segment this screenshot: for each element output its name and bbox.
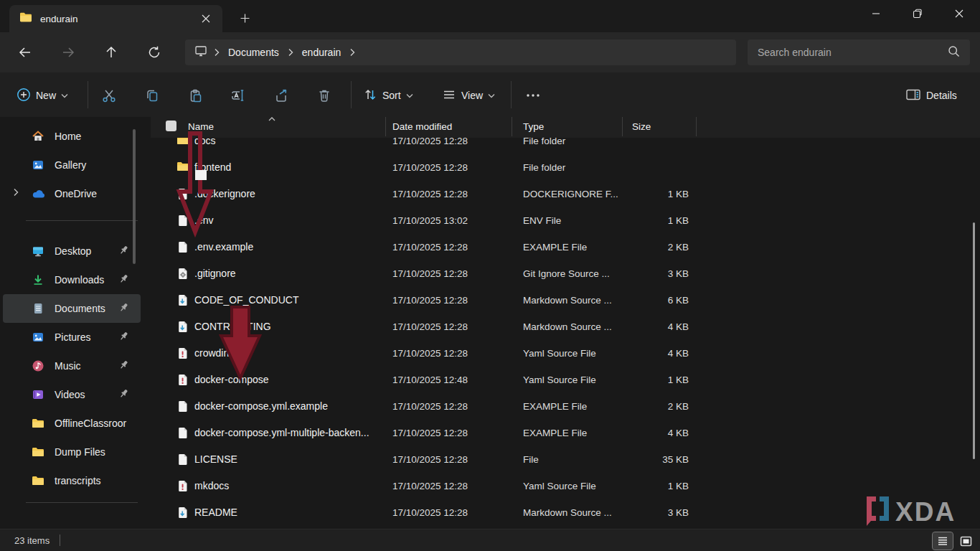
gallery-icon <box>32 159 46 171</box>
sidebar-item-home[interactable]: Home <box>3 122 141 151</box>
file-name: docker-compose.yml-multiple-backen... <box>194 427 369 438</box>
this-pc-icon[interactable] <box>194 44 208 60</box>
view-button[interactable]: View <box>435 83 501 108</box>
file-name: docker-compose.yml.example <box>194 400 328 412</box>
file-row[interactable]: CODE_OF_CONDUCT17/10/2025 12:28Markdown … <box>151 288 980 312</box>
tab-close-icon[interactable] <box>197 9 215 28</box>
forward-icon[interactable] <box>56 40 80 65</box>
xda-watermark: XDA <box>859 492 961 529</box>
sidebar-scrollbar[interactable] <box>133 129 136 264</box>
file-row[interactable]: README17/10/2025 12:28Markdown Source ..… <box>151 500 980 524</box>
column-divider[interactable] <box>696 117 697 136</box>
select-all-checkbox[interactable] <box>166 121 176 131</box>
file-type: Yaml Source File <box>512 375 622 385</box>
sidebar-item-transcripts[interactable]: transcripts <box>3 466 141 495</box>
home-icon <box>32 130 46 143</box>
breadcrumb-endurain[interactable]: endurain <box>299 47 344 58</box>
up-icon[interactable] <box>99 40 123 65</box>
column-divider[interactable] <box>385 117 386 136</box>
minimize-icon[interactable] <box>855 0 897 27</box>
sidebar-item-dump-files[interactable]: Dump Files <box>3 438 141 466</box>
cut-button[interactable] <box>91 83 127 108</box>
file-name: LICENSE <box>194 453 237 465</box>
file-file-icon <box>176 214 189 227</box>
sidebar-divider <box>26 502 138 503</box>
details-pane-button[interactable]: Details <box>899 83 963 108</box>
file-date: 17/10/2025 12:28 <box>385 454 512 465</box>
sidebar-item-pictures[interactable]: Pictures <box>3 323 141 352</box>
file-row[interactable]: .gitignore17/10/2025 12:28Git Ignore Sou… <box>151 261 980 286</box>
file-size: 6 KB <box>622 295 696 306</box>
refresh-icon[interactable] <box>142 40 166 65</box>
sidebar-item-music[interactable]: Music <box>3 352 141 380</box>
column-header-date[interactable]: Date modified <box>385 121 512 132</box>
copy-button[interactable] <box>134 83 170 108</box>
file-row[interactable]: docker-compose.yml.example17/10/2025 12:… <box>151 394 980 418</box>
yaml-file-icon <box>176 479 189 492</box>
new-label: New <box>36 90 56 101</box>
breadcrumb-chevron-icon <box>344 48 361 57</box>
sidebar-item-offlineclassroor[interactable]: OfflineClassroor <box>3 409 141 438</box>
sidebar-item-label: Downloads <box>55 274 104 286</box>
sidebar-item-desktop[interactable]: Desktop <box>3 237 141 265</box>
file-name: CONTRIBUTING <box>194 321 271 332</box>
share-button[interactable] <box>263 83 299 108</box>
delete-button[interactable] <box>306 83 342 108</box>
tab-title: endurain <box>40 14 197 24</box>
items-count: 23 items <box>14 535 50 546</box>
sidebar-item-gallery[interactable]: Gallery <box>3 151 141 179</box>
large-icons-view-toggle-icon[interactable] <box>956 532 976 550</box>
file-date: 17/10/2025 12:28 <box>385 268 512 279</box>
file-row[interactable]: CONTRIBUTING17/10/2025 12:28Markdown Sou… <box>151 314 980 339</box>
restore-icon[interactable] <box>897 0 938 27</box>
navigation-bar: Documents endurain <box>0 32 980 72</box>
paste-button[interactable] <box>177 83 213 108</box>
new-button[interactable]: New <box>10 83 75 108</box>
explorer-tab[interactable]: endurain <box>9 5 222 32</box>
column-divider[interactable] <box>512 117 512 136</box>
folder-icon <box>32 474 46 487</box>
rename-button[interactable] <box>220 83 256 108</box>
sidebar-item-downloads[interactable]: Downloads <box>3 265 141 294</box>
close-window-icon[interactable] <box>938 0 980 27</box>
pictures-icon <box>32 331 46 344</box>
file-row[interactable]: mkdocs17/10/2025 12:28Yaml Source File1 … <box>151 474 980 498</box>
file-size: 3 KB <box>622 268 696 279</box>
file-row[interactable]: .env.example17/10/2025 12:28EXAMPLE File… <box>151 235 980 259</box>
md-file-icon <box>176 293 189 306</box>
file-date: 17/10/2025 12:48 <box>385 375 512 385</box>
file-date: 17/10/2025 12:28 <box>385 162 512 173</box>
sidebar-item-onedrive[interactable]: OneDrive <box>3 179 141 208</box>
address-bar[interactable]: Documents endurain <box>185 39 736 65</box>
file-row[interactable]: crowdin17/10/2025 12:28Yaml Source File4… <box>151 341 980 365</box>
pin-icon <box>119 302 129 315</box>
file-row[interactable]: .dockerignore17/10/2025 12:28DOCKERIGNOR… <box>151 182 980 206</box>
breadcrumb-documents[interactable]: Documents <box>225 47 282 58</box>
file-type: Git Ignore Source ... <box>512 268 622 279</box>
file-row[interactable]: docker-compose17/10/2025 12:48Yaml Sourc… <box>151 367 980 392</box>
new-tab-icon[interactable] <box>234 7 255 29</box>
sidebar-item-videos[interactable]: Videos <box>3 380 141 409</box>
column-header-size[interactable]: Size <box>622 121 696 132</box>
search-icon[interactable] <box>948 45 960 60</box>
yaml-file-icon <box>176 373 189 386</box>
search-box[interactable] <box>748 39 970 65</box>
file-row[interactable]: .env17/10/2025 13:02ENV File1 KB <box>151 208 980 232</box>
file-row[interactable]: frontend17/10/2025 12:28File folder <box>151 155 980 179</box>
file-row[interactable]: docker-compose.yml-multiple-backen...17/… <box>151 420 980 445</box>
sidebar-item-label: Videos <box>55 389 85 400</box>
column-header-type[interactable]: Type <box>512 121 622 132</box>
sort-ascending-icon <box>268 112 276 125</box>
svg-text:XDA: XDA <box>895 497 956 527</box>
sort-button[interactable]: Sort <box>357 83 420 108</box>
search-input[interactable] <box>748 47 948 58</box>
file-row[interactable]: LICENSE17/10/2025 12:28File35 KB <box>151 447 980 471</box>
sidebar-item-documents[interactable]: Documents <box>3 294 141 323</box>
chevron-right-icon[interactable] <box>13 187 19 199</box>
column-divider[interactable] <box>622 117 623 136</box>
file-name: .dockerignore <box>194 188 255 199</box>
details-view-toggle-icon[interactable] <box>933 532 953 550</box>
more-options-icon[interactable] <box>519 83 547 108</box>
sort-label: Sort <box>382 90 401 101</box>
back-icon[interactable] <box>13 40 37 65</box>
